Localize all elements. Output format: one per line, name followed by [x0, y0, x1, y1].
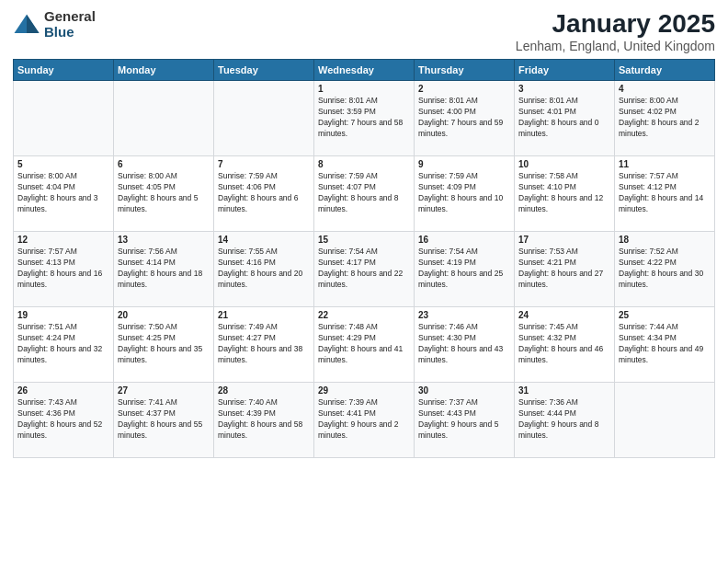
calendar-cell-1-0: 5Sunrise: 8:00 AMSunset: 4:04 PMDaylight…: [14, 156, 114, 232]
day-number: 18: [619, 235, 711, 245]
daylight-text: Daylight: 8 hours and 2 minutes.: [619, 118, 711, 140]
day-info: Sunrise: 7:57 AMSunset: 4:13 PMDaylight:…: [17, 247, 109, 291]
sunset-text: Sunset: 4:04 PM: [17, 182, 109, 193]
daylight-text: Daylight: 8 hours and 5 minutes.: [118, 193, 210, 215]
day-info: Sunrise: 7:59 AMSunset: 4:06 PMDaylight:…: [218, 171, 310, 215]
daylight-text: Daylight: 9 hours and 5 minutes.: [418, 419, 510, 442]
sunrise-text: Sunrise: 7:55 AM: [218, 247, 310, 258]
sunrise-text: Sunrise: 7:49 AM: [218, 322, 310, 333]
sunset-text: Sunset: 4:01 PM: [518, 107, 610, 118]
sunrise-text: Sunrise: 7:53 AM: [518, 247, 610, 258]
calendar-cell-2-1: 13Sunrise: 7:56 AMSunset: 4:14 PMDayligh…: [114, 232, 214, 307]
day-info: Sunrise: 7:59 AMSunset: 4:07 PMDaylight:…: [318, 171, 410, 215]
calendar-cell-2-6: 18Sunrise: 7:52 AMSunset: 4:22 PMDayligh…: [615, 232, 715, 307]
calendar-cell-2-2: 14Sunrise: 7:55 AMSunset: 4:16 PMDayligh…: [214, 232, 314, 307]
calendar-cell-3-2: 21Sunrise: 7:49 AMSunset: 4:27 PMDayligh…: [214, 307, 314, 383]
daylight-text: Daylight: 7 hours and 59 minutes.: [418, 118, 510, 140]
sunset-text: Sunset: 4:16 PM: [218, 258, 310, 269]
week-row-5: 26Sunrise: 7:43 AMSunset: 4:36 PMDayligh…: [14, 383, 715, 458]
sunrise-text: Sunrise: 7:48 AM: [318, 322, 410, 333]
day-info: Sunrise: 7:37 AMSunset: 4:43 PMDaylight:…: [418, 397, 510, 442]
daylight-text: Daylight: 7 hours and 58 minutes.: [318, 118, 410, 140]
week-row-3: 12Sunrise: 7:57 AMSunset: 4:13 PMDayligh…: [14, 232, 715, 307]
day-info: Sunrise: 7:45 AMSunset: 4:32 PMDaylight:…: [518, 322, 610, 366]
day-info: Sunrise: 7:54 AMSunset: 4:17 PMDaylight:…: [318, 247, 410, 291]
logo-general-text: General: [44, 9, 96, 25]
sunset-text: Sunset: 4:34 PM: [619, 333, 711, 344]
calendar-cell-0-4: 2Sunrise: 8:01 AMSunset: 4:00 PMDaylight…: [415, 81, 515, 156]
daylight-text: Daylight: 8 hours and 30 minutes.: [619, 269, 711, 291]
calendar-cell-0-3: 1Sunrise: 8:01 AMSunset: 3:59 PMDaylight…: [314, 81, 415, 156]
daylight-text: Daylight: 8 hours and 52 minutes.: [17, 419, 109, 442]
day-info: Sunrise: 8:01 AMSunset: 3:59 PMDaylight:…: [318, 96, 410, 140]
daylight-text: Daylight: 8 hours and 0 minutes.: [518, 118, 610, 140]
sunset-text: Sunset: 4:10 PM: [518, 182, 610, 193]
day-info: Sunrise: 7:51 AMSunset: 4:24 PMDaylight:…: [17, 322, 109, 366]
day-number: 19: [17, 310, 109, 320]
day-info: Sunrise: 7:41 AMSunset: 4:37 PMDaylight:…: [118, 397, 210, 442]
day-info: Sunrise: 7:54 AMSunset: 4:19 PMDaylight:…: [418, 247, 510, 291]
sunrise-text: Sunrise: 7:50 AM: [118, 322, 210, 333]
day-info: Sunrise: 8:01 AMSunset: 4:00 PMDaylight:…: [418, 96, 510, 140]
day-number: 22: [318, 310, 410, 320]
daylight-text: Daylight: 8 hours and 46 minutes.: [518, 344, 610, 366]
sunset-text: Sunset: 4:43 PM: [418, 408, 510, 419]
sunset-text: Sunset: 4:00 PM: [418, 107, 510, 118]
day-number: 14: [218, 235, 310, 245]
daylight-text: Daylight: 8 hours and 8 minutes.: [318, 193, 410, 215]
location-text: Lenham, England, United Kingdom: [516, 39, 715, 53]
calendar-cell-1-2: 7Sunrise: 7:59 AMSunset: 4:06 PMDaylight…: [214, 156, 314, 232]
sunrise-text: Sunrise: 7:54 AM: [418, 247, 510, 258]
calendar-cell-2-3: 15Sunrise: 7:54 AMSunset: 4:17 PMDayligh…: [314, 232, 415, 307]
day-info: Sunrise: 7:44 AMSunset: 4:34 PMDaylight:…: [619, 322, 711, 366]
sunrise-text: Sunrise: 7:56 AM: [118, 247, 210, 258]
day-number: 3: [518, 84, 610, 94]
calendar-cell-0-6: 4Sunrise: 8:00 AMSunset: 4:02 PMDaylight…: [615, 81, 715, 156]
day-number: 5: [17, 159, 109, 169]
calendar-cell-3-0: 19Sunrise: 7:51 AMSunset: 4:24 PMDayligh…: [14, 307, 114, 383]
daylight-text: Daylight: 8 hours and 27 minutes.: [518, 269, 610, 291]
day-info: Sunrise: 8:00 AMSunset: 4:05 PMDaylight:…: [118, 171, 210, 215]
day-number: 15: [318, 235, 410, 245]
calendar-cell-0-1: [114, 81, 214, 156]
header-sunday: Sunday: [14, 60, 114, 81]
day-info: Sunrise: 7:39 AMSunset: 4:41 PMDaylight:…: [318, 397, 410, 442]
calendar-cell-3-4: 23Sunrise: 7:46 AMSunset: 4:30 PMDayligh…: [415, 307, 515, 383]
sunrise-text: Sunrise: 7:59 AM: [418, 171, 510, 182]
sunrise-text: Sunrise: 7:51 AM: [17, 322, 109, 333]
sunrise-text: Sunrise: 7:59 AM: [318, 171, 410, 182]
daylight-text: Daylight: 8 hours and 55 minutes.: [118, 419, 210, 442]
week-row-4: 19Sunrise: 7:51 AMSunset: 4:24 PMDayligh…: [14, 307, 715, 383]
calendar-cell-3-3: 22Sunrise: 7:48 AMSunset: 4:29 PMDayligh…: [314, 307, 415, 383]
sunrise-text: Sunrise: 7:45 AM: [518, 322, 610, 333]
calendar-cell-4-4: 30Sunrise: 7:37 AMSunset: 4:43 PMDayligh…: [415, 383, 515, 458]
calendar-cell-1-3: 8Sunrise: 7:59 AMSunset: 4:07 PMDaylight…: [314, 156, 415, 232]
sunrise-text: Sunrise: 7:44 AM: [619, 322, 711, 333]
calendar-cell-4-5: 31Sunrise: 7:36 AMSunset: 4:44 PMDayligh…: [515, 383, 615, 458]
sunset-text: Sunset: 4:29 PM: [318, 333, 410, 344]
sunset-text: Sunset: 4:41 PM: [318, 408, 410, 419]
day-number: 10: [518, 159, 610, 169]
daylight-text: Daylight: 8 hours and 3 minutes.: [17, 193, 109, 215]
sunrise-text: Sunrise: 7:58 AM: [518, 171, 610, 182]
title-block: January 2025 Lenham, England, United Kin…: [516, 9, 715, 53]
daylight-text: Daylight: 8 hours and 14 minutes.: [619, 193, 711, 215]
calendar-cell-4-3: 29Sunrise: 7:39 AMSunset: 4:41 PMDayligh…: [314, 383, 415, 458]
day-info: Sunrise: 8:00 AMSunset: 4:02 PMDaylight:…: [619, 96, 711, 140]
calendar-cell-4-2: 28Sunrise: 7:40 AMSunset: 4:39 PMDayligh…: [214, 383, 314, 458]
day-number: 12: [17, 235, 109, 245]
sunset-text: Sunset: 4:12 PM: [619, 182, 711, 193]
day-info: Sunrise: 7:59 AMSunset: 4:09 PMDaylight:…: [418, 171, 510, 215]
day-info: Sunrise: 8:01 AMSunset: 4:01 PMDaylight:…: [518, 96, 610, 140]
sunrise-text: Sunrise: 8:00 AM: [118, 171, 210, 182]
sunrise-text: Sunrise: 7:57 AM: [17, 247, 109, 258]
sunset-text: Sunset: 4:13 PM: [17, 258, 109, 269]
sunset-text: Sunset: 4:22 PM: [619, 258, 711, 269]
day-info: Sunrise: 7:56 AMSunset: 4:14 PMDaylight:…: [118, 247, 210, 291]
header-tuesday: Tuesday: [214, 60, 314, 81]
calendar-cell-4-0: 26Sunrise: 7:43 AMSunset: 4:36 PMDayligh…: [14, 383, 114, 458]
sunset-text: Sunset: 4:07 PM: [318, 182, 410, 193]
day-number: 8: [318, 159, 410, 169]
daylight-text: Daylight: 8 hours and 18 minutes.: [118, 269, 210, 291]
daylight-text: Daylight: 8 hours and 49 minutes.: [619, 344, 711, 366]
